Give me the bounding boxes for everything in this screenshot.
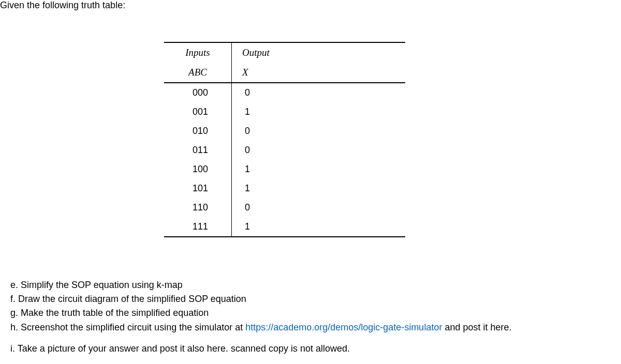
- cell-x: 1: [231, 179, 405, 198]
- cell-x: 0: [231, 122, 405, 141]
- header-abc: ABC: [164, 63, 232, 83]
- header-output: Output: [231, 42, 405, 63]
- question-list: e. Simplify the SOP equation using k-map…: [0, 279, 621, 355]
- cell-x: 1: [231, 102, 405, 122]
- truth-table-wrapper: Inputs Output ABC X 000 0 001 1 01: [0, 42, 621, 237]
- table-row: 101 1: [164, 179, 405, 198]
- table-row: 110 0: [164, 198, 405, 217]
- cell-abc: 111: [164, 217, 232, 237]
- question-g: g. Make the truth table of the simplifie…: [10, 307, 611, 320]
- cell-x: 1: [231, 217, 405, 237]
- question-h-suffix: and post it here.: [442, 322, 511, 332]
- cell-abc: 101: [164, 179, 232, 198]
- cell-x: 0: [231, 198, 405, 217]
- cell-abc: 000: [164, 83, 232, 102]
- table-row: 001 1: [164, 102, 405, 122]
- table-row: 100 1: [164, 160, 405, 179]
- simulator-link[interactable]: https://academo.org/demos/logic-gate-sim…: [245, 322, 442, 332]
- truth-table: Inputs Output ABC X 000 0 001 1 01: [164, 42, 405, 237]
- cell-x: 0: [231, 141, 405, 160]
- table-row: 000 0: [164, 83, 405, 102]
- question-i: i. Take a picture of your answer and pos…: [10, 342, 611, 355]
- cell-x: 0: [231, 83, 405, 102]
- question-h-prefix: h. Screenshot the simplified circuit usi…: [10, 322, 245, 332]
- table-header-row-2: ABC X: [164, 63, 405, 83]
- table-row: 010 0: [164, 122, 405, 141]
- cell-x: 1: [231, 160, 405, 179]
- table-row: 111 1: [164, 217, 405, 237]
- header-inputs: Inputs: [164, 42, 232, 63]
- cell-abc: 001: [164, 102, 232, 122]
- cell-abc: 100: [164, 160, 232, 179]
- question-h: h. Screenshot the simplified circuit usi…: [10, 321, 611, 334]
- cell-abc: 010: [164, 122, 232, 141]
- table-header-row-1: Inputs Output: [164, 42, 405, 63]
- header-x: X: [231, 63, 405, 83]
- table-row: 011 0: [164, 141, 405, 160]
- page-title: Given the following truth table:: [0, 0, 621, 11]
- question-e: e. Simplify the SOP equation using k-map: [10, 279, 611, 292]
- question-f: f. Draw the circuit diagram of the simpl…: [10, 293, 611, 306]
- cell-abc: 011: [164, 141, 232, 160]
- cell-abc: 110: [164, 198, 232, 217]
